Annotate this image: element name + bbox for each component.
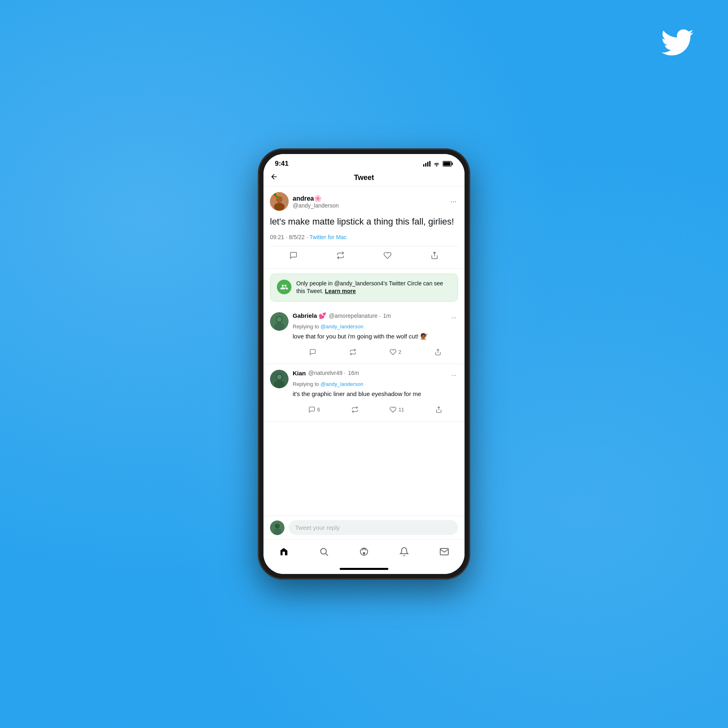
reply-2-mention[interactable]: @andy_landerson xyxy=(321,381,364,387)
twitter-logo-corner xyxy=(659,24,696,55)
reply-1-like-btn[interactable]: 2 xyxy=(387,346,404,358)
reply-1-retweet-btn[interactable] xyxy=(347,346,359,358)
reply-input-area: Tweet your reply xyxy=(263,516,465,539)
reply-1-replying-to: Replying to @andy_landerson xyxy=(293,323,458,330)
nav-spaces[interactable] xyxy=(353,544,375,562)
reply-1-more-button[interactable]: ··· xyxy=(450,312,458,322)
tweet-meta: 09:21 · 8/5/22 · Twitter for Mac xyxy=(270,234,458,240)
svg-line-28 xyxy=(325,554,328,556)
reply-2-more-button[interactable]: ··· xyxy=(450,370,458,380)
svg-point-27 xyxy=(321,548,326,554)
reply-1-like-icon xyxy=(390,349,396,355)
reply-1-name: Gabriela 💕 xyxy=(293,312,326,319)
reply-1-author-line: Gabriela 💕 @amorepelanature · 1m xyxy=(293,312,391,319)
more-options-button[interactable]: ··· xyxy=(449,196,458,208)
tweet-via[interactable]: Twitter for Mac xyxy=(310,234,347,240)
svg-point-25 xyxy=(275,524,280,529)
svg-point-21 xyxy=(274,380,285,388)
reply-2-reply-icon xyxy=(308,406,315,413)
signal-icon xyxy=(423,161,430,167)
reply-input[interactable]: Tweet your reply xyxy=(289,520,458,535)
status-bar: 9:41 xyxy=(263,154,465,170)
phone-shell: 9:41 xyxy=(259,149,469,579)
learn-more-link[interactable]: Learn more xyxy=(325,288,356,294)
svg-point-17 xyxy=(277,317,282,322)
status-icons xyxy=(423,161,453,167)
page-title: Tweet xyxy=(354,173,374,182)
avatar-gabriela xyxy=(270,312,289,331)
tweet-author-row: andrea🌸 @andy_landerson ··· xyxy=(270,192,458,211)
nav-messages[interactable] xyxy=(433,544,456,562)
author-name: andrea🌸 xyxy=(293,195,445,202)
reply-2-name: Kian xyxy=(293,370,306,377)
reply-1-retweet-icon xyxy=(349,349,356,355)
nav-home[interactable] xyxy=(272,544,295,562)
reply-1-share-btn[interactable] xyxy=(432,346,444,358)
svg-point-30 xyxy=(363,552,365,554)
svg-rect-5 xyxy=(452,163,453,165)
svg-point-16 xyxy=(274,323,285,331)
svg-point-26 xyxy=(273,529,281,535)
reply-2-retweet-icon xyxy=(351,406,358,413)
reply-action[interactable] xyxy=(286,248,301,263)
phone-screen: 9:41 xyxy=(263,154,465,574)
reply-2-like-btn[interactable]: 11 xyxy=(387,404,407,415)
reply-2-header: Kian @naturelvr49 · 16m ··· Replying to … xyxy=(270,370,458,415)
home-bar xyxy=(340,568,388,570)
svg-rect-2 xyxy=(427,162,428,167)
reply-1-text: love that for you but i'm going with the… xyxy=(293,332,458,340)
original-tweet: andrea🌸 @andy_landerson ··· let's make m… xyxy=(263,186,465,269)
circle-notice-text: Only people in @andy_landerson4's Twitte… xyxy=(296,280,451,295)
svg-rect-0 xyxy=(423,164,424,167)
tweet-actions xyxy=(270,246,458,268)
reply-2-retweet-btn[interactable] xyxy=(349,404,361,415)
svg-point-9 xyxy=(274,203,285,211)
svg-point-11 xyxy=(272,195,276,199)
svg-rect-3 xyxy=(429,161,430,167)
reply-2-reply-btn[interactable]: 6 xyxy=(306,404,323,415)
circle-icon xyxy=(277,280,291,294)
reply-1-reply-icon xyxy=(309,349,316,355)
svg-rect-1 xyxy=(425,163,426,167)
reply-tweet-2: Kian @naturelvr49 · 16m ··· Replying to … xyxy=(263,364,465,422)
reply-2-share-btn[interactable] xyxy=(433,404,445,415)
reply-2-replying-to: Replying to @andy_landerson xyxy=(293,381,458,387)
svg-point-8 xyxy=(276,196,283,203)
reply-2-actions: 6 11 xyxy=(293,402,458,415)
author-handle: @andy_landerson xyxy=(293,202,445,209)
reply-2-text: it's the graphic liner and blue eyeshado… xyxy=(293,390,458,398)
nav-search[interactable] xyxy=(313,544,335,562)
reply-icon xyxy=(289,251,298,259)
like-action[interactable] xyxy=(380,248,395,263)
home-indicator xyxy=(263,565,465,574)
retweet-icon xyxy=(336,251,345,259)
retweet-action[interactable] xyxy=(333,248,348,263)
svg-rect-6 xyxy=(443,162,451,166)
reply-1-like-count: 2 xyxy=(398,349,401,355)
battery-icon xyxy=(443,161,453,167)
reply-2-like-count: 11 xyxy=(398,407,404,413)
reply-2-reply-count: 6 xyxy=(317,407,320,413)
status-time: 9:41 xyxy=(275,160,289,168)
svg-point-12 xyxy=(276,193,278,195)
share-action[interactable] xyxy=(427,248,442,263)
reply-1-header: Gabriela 💕 @amorepelanature · 1m ··· Rep… xyxy=(270,312,458,358)
reply-2-author-line: Kian @naturelvr49 · 16m xyxy=(293,370,359,377)
content-area: andrea🌸 @andy_landerson ··· let's make m… xyxy=(263,186,465,516)
wifi-icon xyxy=(433,161,440,167)
circle-notice: Only people in @andy_landerson4's Twitte… xyxy=(270,274,458,302)
reply-tweet-1: Gabriela 💕 @amorepelanature · 1m ··· Rep… xyxy=(263,306,465,364)
reply-1-reply-btn[interactable] xyxy=(307,346,319,358)
avatar-kian xyxy=(270,370,289,388)
tweet-meta-dot: · xyxy=(306,234,308,240)
reply-2-handle: @naturelvr49 · xyxy=(308,370,346,376)
reply-user-avatar xyxy=(270,520,285,535)
reply-1-time: 1m xyxy=(383,313,391,319)
reply-1-mention[interactable]: @andy_landerson xyxy=(321,323,364,330)
like-icon xyxy=(383,251,392,259)
reply-1-handle: @amorepelanature · xyxy=(329,313,381,319)
tweet-text: let's make matte lipstick a thing this f… xyxy=(270,216,458,228)
share-icon xyxy=(430,251,439,259)
back-button[interactable] xyxy=(270,173,278,183)
nav-notifications[interactable] xyxy=(393,544,415,562)
